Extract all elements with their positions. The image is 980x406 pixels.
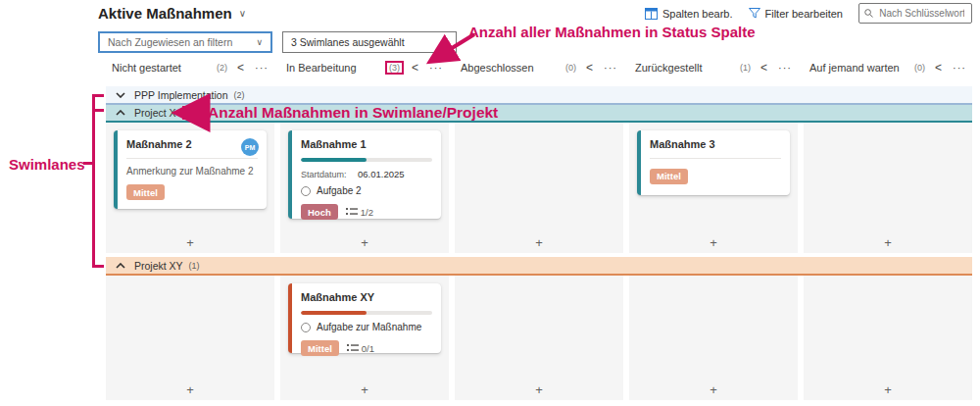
column-count: (0) (565, 63, 576, 73)
chevron-up-icon[interactable] (116, 263, 125, 269)
start-date-row: Startdatum: 06.01.2025 (301, 169, 432, 179)
annotation-status-count: Anzahl aller Maßnahmen in Status Spalte (468, 24, 756, 40)
task-label: Aufgabe zur Maßnahme (317, 322, 421, 332)
lane-auf-jemand-warten: + (804, 123, 972, 253)
column-title: Auf jemand warten (809, 62, 914, 74)
column-menu-icon[interactable]: ··· (778, 62, 792, 74)
collapse-column-icon[interactable]: < (237, 61, 244, 75)
annotation-swimlane-count: Anzahl Maßnahmen in Swimlane/Projekt (208, 104, 498, 122)
swimlane-count: (2) (234, 90, 245, 100)
task-checkbox[interactable] (301, 186, 311, 196)
column-header-zurueckgestellt: Zurückgestellt (1) < ··· (629, 55, 798, 80)
add-card-button[interactable]: + (710, 236, 717, 249)
column-title: In Bearbeitung (286, 62, 385, 74)
task-row: Aufgabe zur Maßnahme (301, 322, 432, 332)
edit-columns-label: Spalten bearb. (662, 8, 733, 20)
edit-filter-label: Filter bearbeiten (765, 8, 844, 20)
chevron-up-icon[interactable] (116, 110, 125, 116)
chevron-down-icon[interactable] (116, 92, 125, 98)
planner-board-page: Aktive Maßnahmen ∨ Spalten bearb. Filter… (0, 0, 980, 406)
task-label: Aufgabe 2 (317, 185, 362, 196)
column-menu-icon[interactable]: ··· (604, 62, 617, 74)
swimlanes-bracket-line (92, 94, 95, 268)
checklist-icon (346, 207, 358, 217)
lane-abgeschlossen: + (455, 123, 623, 253)
card-title: Maßnahme 2 (126, 138, 258, 150)
priority-badge: Hoch (301, 204, 338, 220)
assigned-filter-value: Nach Zugewiesen an filtern (108, 36, 232, 48)
lane-nicht-gestartet: Maßnahme 2 PM Anmerkung zur Maßnahme 2 M… (106, 123, 274, 253)
swimlanes-bracket-tick-bottom (92, 265, 104, 268)
card-title: Maßnahme 3 (650, 138, 781, 150)
column-header-nicht-gestartet: Nicht gestartet (2) < ··· (106, 55, 274, 80)
add-card-button[interactable]: + (186, 383, 194, 396)
card-note: Anmerkung zur Maßnahme 2 (126, 166, 258, 177)
assigned-filter-dropdown[interactable]: Nach Zugewiesen an filtern ∨ (98, 31, 272, 53)
checklist-icon (347, 343, 359, 353)
column-header-auf-jemand-warten: Auf jemand warten (0) < ··· (804, 55, 972, 80)
progress-bar (301, 311, 432, 315)
search-icon (864, 8, 873, 19)
chevron-down-icon[interactable]: ∨ (239, 8, 246, 19)
add-card-button[interactable]: + (884, 383, 892, 396)
lane-zurueckgestellt: + (629, 276, 798, 400)
progress-fill (301, 311, 367, 315)
page-title-text: Aktive Maßnahmen (98, 5, 232, 22)
add-card-button[interactable]: + (884, 236, 892, 249)
lane-abgeschlossen: + (455, 276, 623, 400)
collapse-column-icon[interactable]: < (760, 61, 767, 75)
progress-fill (301, 158, 367, 162)
avatar[interactable]: PM (241, 138, 259, 156)
collapse-column-icon[interactable]: < (586, 61, 593, 75)
column-title: Zurückgestellt (635, 62, 740, 74)
card-massnahme-xy[interactable]: Maßnahme XY Aufgabe zur Maßnahme Mittel (288, 283, 441, 353)
edit-filter-button[interactable]: Filter bearbeiten (749, 8, 844, 20)
column-title: Nicht gestartet (112, 62, 217, 74)
card-massnahme-3[interactable]: Maßnahme 3 Mittel (637, 130, 790, 195)
add-card-button[interactable]: + (186, 236, 194, 249)
column-count: (2) (217, 63, 227, 73)
edit-columns-button[interactable]: Spalten bearb. (645, 8, 733, 20)
swimlanes-bracket-tick-mid (92, 109, 104, 112)
swimlane-select-value: 3 Swimlanes ausgewählt (291, 36, 405, 48)
checklist-progress: 0/1 (347, 343, 374, 354)
toolbar: Spalten bearb. Filter bearbeiten (645, 3, 972, 24)
swimlane-header-ppp-implementation[interactable]: PPP Implementation (2) (106, 86, 972, 105)
priority-badge: Mittel (301, 340, 339, 356)
priority-badge: Mittel (126, 184, 165, 200)
add-card-button[interactable]: + (535, 236, 543, 249)
column-count-highlighted: (3) (385, 61, 404, 75)
column-menu-icon[interactable]: ··· (255, 62, 269, 74)
column-menu-icon[interactable]: ··· (953, 62, 966, 74)
swimlanes-bracket-tick-top (92, 94, 104, 97)
card-massnahme-2[interactable]: Maßnahme 2 PM Anmerkung zur Maßnahme 2 M… (114, 130, 267, 209)
swimlanes-label-dash (83, 162, 92, 165)
add-card-button[interactable]: + (710, 383, 717, 396)
task-checkbox[interactable] (301, 323, 311, 332)
filter-icon (749, 8, 760, 19)
collapse-column-icon[interactable]: < (935, 61, 942, 75)
card-divider (650, 158, 781, 159)
columns-icon (645, 8, 658, 20)
column-header-row: Nicht gestartet (2) < ··· In Bearbeitung… (106, 55, 972, 80)
column-count: (1) (740, 63, 751, 73)
add-card-button[interactable]: + (361, 383, 368, 396)
add-card-button[interactable]: + (535, 383, 543, 396)
annotation-arrow-status (416, 29, 480, 69)
card-title: Maßnahme XY (301, 291, 432, 303)
keyword-search[interactable] (858, 3, 972, 24)
search-input[interactable] (877, 7, 966, 20)
column-count: (0) (914, 63, 925, 73)
card-divider (126, 158, 258, 159)
progress-bar (301, 158, 432, 162)
annotation-arrow-swimlane (169, 106, 206, 120)
lane-in-bearbeitung: Maßnahme 1 Startdatum: 06.01.2025 Aufgab… (280, 123, 449, 253)
card-title: Maßnahme 1 (301, 138, 432, 150)
lane-zurueckgestellt: Maßnahme 3 Mittel + (629, 123, 798, 253)
lane-in-bearbeitung: Maßnahme XY Aufgabe zur Maßnahme Mittel (280, 276, 449, 400)
checklist-count: 0/1 (362, 343, 374, 354)
swimlane-header-projekt-xy[interactable]: Projekt XY (1) (106, 257, 972, 276)
add-card-button[interactable]: + (361, 236, 368, 249)
card-massnahme-1[interactable]: Maßnahme 1 Startdatum: 06.01.2025 Aufgab… (288, 130, 441, 219)
swimlane-content-project-x: Maßnahme 2 PM Anmerkung zur Maßnahme 2 M… (106, 123, 972, 253)
